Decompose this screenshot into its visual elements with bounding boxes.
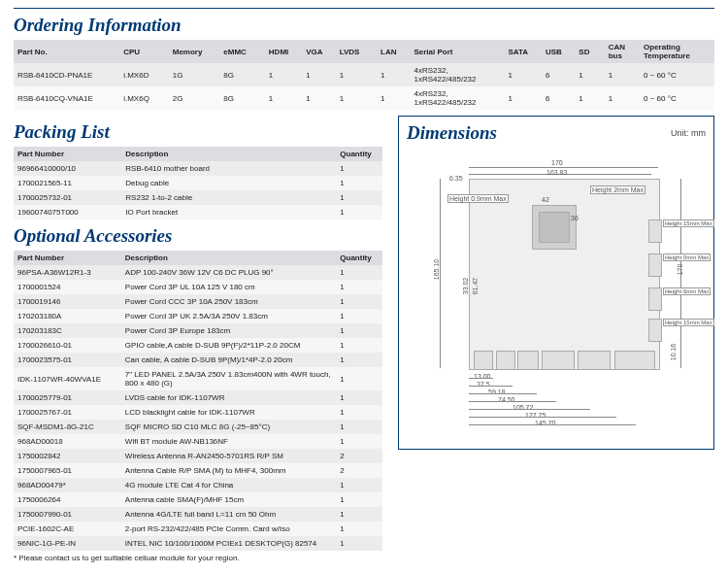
cell: 1700026610-01	[14, 338, 121, 353]
table-row: SQF-MSDM1-8G-21CSQF MICRO SD C10 MLC 8G …	[14, 420, 382, 434]
cell: Debug cable	[121, 176, 336, 190]
cell: 1700001524	[14, 280, 121, 294]
cell: 8G	[219, 86, 265, 110]
cell: 4xRS232, 1xRS422/485/232	[410, 63, 504, 86]
cell: 1	[302, 86, 335, 110]
cell: 1750007965-01	[14, 463, 121, 478]
cell: 1	[505, 63, 542, 86]
table-row: 1700025732-01RS232 1-to-2 cable1	[14, 190, 382, 205]
col-header: Quantity	[336, 147, 382, 161]
col-header: eMMC	[219, 40, 265, 63]
cell: RSB-6410CD-PNA1E	[14, 63, 119, 86]
cell: 1700019146	[14, 294, 121, 309]
col-header: USB	[542, 40, 575, 63]
cell: 1	[336, 280, 382, 294]
optional-table: Part NumberDescriptionQuantity 96PSA-A36…	[14, 251, 382, 551]
table-row: IDK-1107WR-40WVA1E7" LED PANEL 2.5A/3A 2…	[14, 367, 382, 390]
cell: 1	[336, 161, 382, 176]
cell: 1700021565-11	[14, 176, 121, 190]
table-row: 1700021565-11Debug cable1	[14, 176, 382, 190]
cell: 1	[336, 86, 377, 110]
col-header: Part Number	[14, 147, 121, 161]
cell: 1	[605, 63, 640, 86]
col-header: Part No.	[14, 40, 119, 63]
cell: 1750002842	[14, 449, 121, 463]
col-header: VGA	[302, 40, 335, 63]
cell: 1960074075T000	[14, 205, 121, 219]
cell: 1	[336, 522, 382, 536]
cell: 1	[336, 405, 382, 420]
cell: 1	[336, 390, 382, 405]
packing-heading: Packing List	[14, 121, 382, 143]
cell: 968AD00018	[14, 434, 121, 449]
ordering-table: Part No.CPUMemoryeMMCHDMIVGALVDSLANSeria…	[14, 40, 714, 110]
table-row: 968AD00479*4G module LTE Cat 4 for China…	[14, 478, 382, 492]
cell: 1	[336, 353, 382, 367]
cell: 2-port RS-232/422/485 PCIe Comm. Card w/…	[121, 522, 336, 536]
cell: RSB-6410CQ-VNA1E	[14, 86, 119, 110]
cell: 7" LED PANEL 2.5A/3A 250V 1.83cm400N wit…	[121, 367, 336, 390]
cell: 1	[575, 86, 604, 110]
cell: 1	[265, 63, 302, 86]
cell: 968AD00479*	[14, 478, 121, 492]
cell: 4G module LTE Cat 4 for China	[121, 478, 336, 492]
cell: SQF MICRO SD C10 MLC 8G (-25~85°C)	[121, 420, 336, 434]
cell: Antenna Cable R/P SMA (M) to MHF4, 300mm	[121, 463, 336, 478]
cell: PCIE-1602C-AE	[14, 522, 121, 536]
cell: 1	[336, 478, 382, 492]
table-row: 1700019146Power Cord CCC 3P 10A 250V 183…	[14, 294, 382, 309]
col-header: HDMI	[265, 40, 302, 63]
table-row: 96966410000/10RSB-6410 mother board1	[14, 161, 382, 176]
cell: 1	[505, 86, 542, 110]
cell: Can cable, A cable D-SUB 9P(M)/1*4P-2.0 …	[121, 353, 336, 367]
cell: 1	[336, 420, 382, 434]
cell: 1	[336, 309, 382, 323]
col-header: Serial Port	[410, 40, 504, 63]
cell: 2	[336, 463, 382, 478]
cell: 2G	[169, 86, 220, 110]
col-header: Description	[121, 251, 336, 265]
cell: RS232 1-to-2 cable	[121, 190, 336, 205]
cell: 1	[336, 338, 382, 353]
table-row: 1750006264Antenna cable SMA(F)/MHF 15cm1	[14, 492, 382, 507]
cell: 6	[542, 63, 575, 86]
table-row: 1700025767-01LCD blacklight cable for ID…	[14, 405, 382, 420]
cell: 0 ~ 60 °C	[640, 86, 714, 110]
cell: i.MX6D	[119, 63, 169, 86]
col-header: CAN bus	[605, 40, 640, 63]
col-header: LAN	[377, 40, 410, 63]
table-row: 1750002842Wireless Antenna R-AN2450-5701…	[14, 449, 382, 463]
col-header: LVDS	[336, 40, 377, 63]
col-header: Operating Temperature	[640, 40, 714, 63]
cell: 1	[336, 367, 382, 390]
optional-note: * Please contact us to get suitiable cel…	[14, 554, 382, 562]
col-header: Quantity	[336, 251, 382, 265]
cell: 1	[336, 294, 382, 309]
table-row: 1750007965-01Antenna Cable R/P SMA (M) t…	[14, 463, 382, 478]
cell: 1	[336, 190, 382, 205]
cell: Antenna cable SMA(F)/MHF 15cm	[121, 492, 336, 507]
table-row: PCIE-1602C-AE2-port RS-232/422/485 PCIe …	[14, 522, 382, 536]
cell: 170203180A	[14, 309, 121, 323]
cell: 1	[302, 63, 335, 86]
cell: Power Cord 3P UL 10A 125 V 180 cm	[121, 280, 336, 294]
table-row: 96NIC-1G-PE-ININTEL NIC 10/100/1000M PCI…	[14, 536, 382, 551]
cell: 96966410000/10	[14, 161, 121, 176]
table-row: 968AD00018Wifi BT module AW-NB136NF1	[14, 434, 382, 449]
cell: 1	[336, 63, 377, 86]
cell: 170203183C	[14, 323, 121, 338]
col-header: Description	[121, 147, 336, 161]
cell: 1	[377, 86, 410, 110]
col-header: Part Number	[14, 251, 121, 265]
cell: Power Cord 3P UK 2.5A/3A 250V 1.83cm	[121, 309, 336, 323]
cell: LCD blacklight cable for IDK-1107WR	[121, 405, 336, 420]
cell: Antenna 4G/LTE full band L=11 cm 50 Ohm	[121, 507, 336, 522]
table-row: 1750007990-01Antenna 4G/LTE full band L=…	[14, 507, 382, 522]
cell: 1750007990-01	[14, 507, 121, 522]
cell: 8G	[219, 63, 265, 86]
table-row: 170203180APower Cord 3P UK 2.5A/3A 250V …	[14, 309, 382, 323]
ordering-heading: Ordering Information	[14, 15, 714, 36]
cell: RSB-6410 mother board	[121, 161, 336, 176]
cell: Power Cord 3P Europe 183cm	[121, 323, 336, 338]
table-row: 1700001524Power Cord 3P UL 10A 125 V 180…	[14, 280, 382, 294]
